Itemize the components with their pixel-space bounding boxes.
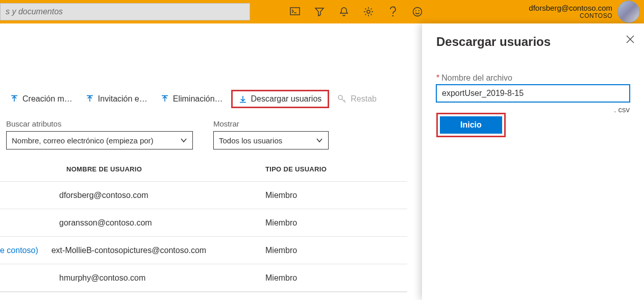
cell-username: hmurphy@contoso.com — [59, 273, 145, 283]
search-placeholder-text: s y documentos — [6, 7, 63, 16]
search-attribute-label: Buscar atributos — [6, 119, 193, 128]
command-bar: Creación m… Invitación e… Eliminación… D… — [5, 90, 382, 108]
show-filter-group: Mostrar Todos los usuarios — [213, 119, 329, 149]
filter-directory-icon[interactable] — [314, 7, 325, 17]
close-panel-button[interactable] — [626, 35, 635, 45]
col-header-username[interactable]: NOMBRE DE USUARIO — [0, 165, 265, 173]
table-row[interactable]: e contoso) ext-MollieB-contosopictures@c… — [0, 236, 407, 264]
cell-type: Miembro — [265, 273, 393, 283]
users-table: NOMBRE DE USUARIO TIPO DE USUARIO dforsb… — [0, 160, 407, 292]
help-icon[interactable] — [388, 7, 398, 17]
download-users-label: Descargar usuarios — [251, 94, 322, 104]
cell-username: goransson@contoso.com — [59, 218, 152, 228]
user-email: dforsberg@contoso.com — [529, 4, 612, 13]
global-search-input[interactable]: s y documentos — [0, 3, 250, 20]
bulk-delete-button[interactable]: Eliminación… — [156, 91, 228, 107]
key-icon — [337, 94, 346, 104]
download-icon — [239, 95, 247, 103]
show-filter-dropdown[interactable]: Todos los usuarios — [213, 131, 329, 149]
show-filter-value: Todos los usuarios — [219, 136, 282, 145]
start-button-highlight: Inicio — [436, 113, 506, 137]
topbar-icon-group — [290, 7, 423, 17]
upload-icon — [161, 95, 169, 103]
notifications-icon[interactable] — [339, 7, 349, 17]
user-info: dforsberg@contoso.com CONTOSO — [529, 4, 612, 19]
svg-point-3 — [392, 15, 393, 16]
cell-username: ext-MollieB-contosopictures@contoso.com — [52, 246, 206, 255]
table-header: NOMBRE DE USUARIO TIPO DE USUARIO — [0, 160, 407, 181]
table-row[interactable]: hmurphy@contoso.com Miembro — [0, 264, 407, 291]
chevron-down-icon — [180, 137, 187, 144]
bulk-create-label: Creación m… — [22, 94, 72, 104]
required-asterisk: * — [436, 73, 439, 82]
bulk-invite-button[interactable]: Invitación e… — [81, 91, 153, 107]
table-end — [0, 291, 407, 292]
close-icon — [626, 35, 635, 44]
svg-point-6 — [418, 10, 419, 11]
search-attribute-value: Nombre, correo electrónico (empieza por) — [12, 136, 154, 145]
cell-type: Miembro — [265, 246, 393, 255]
search-attribute-group: Buscar atributos Nombre, correo electrón… — [6, 119, 193, 149]
filter-row: Buscar atributos Nombre, correo electrón… — [6, 119, 329, 149]
bulk-invite-label: Invitación e… — [98, 94, 147, 104]
reset-password-label: Restab — [351, 94, 377, 104]
svg-rect-0 — [290, 8, 300, 15]
panel-title: Descargar usuarios — [436, 35, 630, 49]
table-row[interactable]: goransson@contoso.com Miembro — [0, 209, 407, 236]
cloud-shell-icon[interactable] — [290, 7, 300, 17]
reset-password-button: Restab — [332, 91, 382, 107]
main-content: Creación m… Invitación e… Eliminación… D… — [0, 23, 422, 300]
svg-point-5 — [415, 10, 416, 11]
col-header-type[interactable]: TIPO DE USUARIO — [265, 165, 393, 173]
filename-label: *Nombre del archivo — [436, 73, 630, 83]
download-users-button[interactable]: Descargar usuarios — [231, 90, 330, 108]
upload-icon — [86, 95, 94, 103]
account-area[interactable]: dforsberg@contoso.com CONTOSO — [529, 0, 640, 23]
download-users-panel: Descargar usuarios *Nombre del archivo .… — [422, 23, 644, 300]
search-attribute-dropdown[interactable]: Nombre, correo electrónico (empieza por) — [6, 131, 193, 149]
avatar[interactable] — [617, 1, 640, 23]
svg-point-2 — [367, 10, 370, 13]
top-bar: s y documentos dforsberg@contoso.com CON… — [0, 0, 644, 23]
cell-username: dforsberg@contoso.com — [59, 191, 148, 200]
svg-point-4 — [413, 8, 422, 16]
cell-type: Miembro — [265, 218, 393, 228]
bulk-create-button[interactable]: Creación m… — [5, 91, 78, 107]
feedback-smile-icon[interactable] — [412, 7, 423, 17]
guest-prefix: e contoso) — [0, 246, 38, 255]
user-tenant: CONTOSO — [529, 13, 612, 19]
settings-gear-icon[interactable] — [363, 7, 374, 17]
bulk-delete-label: Eliminación… — [173, 94, 223, 104]
start-download-button[interactable]: Inicio — [440, 116, 502, 134]
show-filter-label: Mostrar — [213, 119, 329, 128]
filename-input[interactable] — [436, 85, 630, 102]
chevron-down-icon — [316, 137, 323, 144]
upload-icon — [10, 95, 18, 103]
table-row[interactable]: dforsberg@contoso.com Miembro — [0, 181, 407, 209]
svg-point-11 — [338, 95, 342, 99]
cell-type: Miembro — [265, 191, 393, 200]
